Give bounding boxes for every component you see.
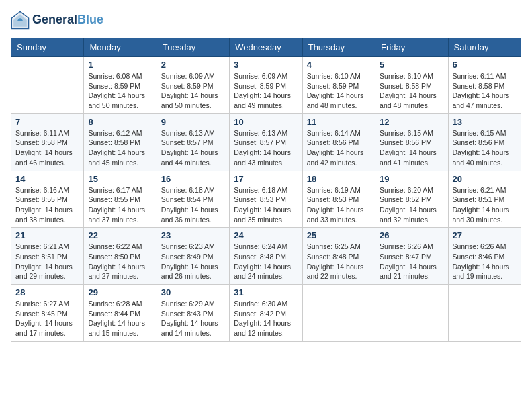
calendar-cell: 7Sunrise: 6:11 AMSunset: 8:58 PMDaylight… xyxy=(11,113,84,171)
calendar-cell: 31Sunrise: 6:30 AMSunset: 8:42 PMDayligh… xyxy=(230,285,302,342)
day-info: Sunrise: 6:21 AMSunset: 8:51 PMDaylight:… xyxy=(453,185,517,225)
day-number: 2 xyxy=(161,60,225,70)
day-info: Sunrise: 6:18 AMSunset: 8:53 PMDaylight:… xyxy=(234,185,298,225)
day-info: Sunrise: 6:30 AMSunset: 8:42 PMDaylight:… xyxy=(234,299,298,338)
day-number: 3 xyxy=(234,60,298,70)
day-info: Sunrise: 6:26 AMSunset: 8:46 PMDaylight:… xyxy=(453,242,517,281)
day-number: 10 xyxy=(234,117,298,127)
day-number: 12 xyxy=(380,117,443,127)
calendar-week-1: 1Sunrise: 6:08 AMSunset: 8:59 PMDaylight… xyxy=(11,57,521,114)
calendar-cell: 22Sunrise: 6:22 AMSunset: 8:50 PMDayligh… xyxy=(84,228,157,285)
day-number: 28 xyxy=(15,287,79,298)
calendar-cell: 11Sunrise: 6:14 AMSunset: 8:56 PMDayligh… xyxy=(302,113,375,171)
calendar-cell: 18Sunrise: 6:19 AMSunset: 8:53 PMDayligh… xyxy=(302,171,375,228)
day-number: 23 xyxy=(161,230,225,240)
calendar-cell: 20Sunrise: 6:21 AMSunset: 8:51 PMDayligh… xyxy=(448,171,521,228)
day-info: Sunrise: 6:29 AMSunset: 8:43 PMDaylight:… xyxy=(161,299,225,338)
page-header: GeneralBlue xyxy=(11,11,521,30)
calendar-cell: 30Sunrise: 6:29 AMSunset: 8:43 PMDayligh… xyxy=(157,285,229,342)
day-number: 19 xyxy=(380,174,443,184)
day-number: 14 xyxy=(15,174,79,184)
day-number: 13 xyxy=(453,117,517,127)
calendar-cell: 8Sunrise: 6:12 AMSunset: 8:58 PMDaylight… xyxy=(84,113,157,171)
day-info: Sunrise: 6:15 AMSunset: 8:56 PMDaylight:… xyxy=(380,128,443,168)
calendar-header-row: SundayMondayTuesdayWednesdayThursdayFrid… xyxy=(11,38,521,57)
day-info: Sunrise: 6:16 AMSunset: 8:55 PMDaylight:… xyxy=(15,185,79,225)
calendar-cell: 25Sunrise: 6:25 AMSunset: 8:48 PMDayligh… xyxy=(302,228,375,285)
calendar-cell: 24Sunrise: 6:24 AMSunset: 8:48 PMDayligh… xyxy=(230,228,302,285)
day-number: 6 xyxy=(453,60,517,70)
calendar-cell: 21Sunrise: 6:21 AMSunset: 8:51 PMDayligh… xyxy=(11,228,84,285)
day-info: Sunrise: 6:08 AMSunset: 8:59 PMDaylight:… xyxy=(88,71,152,111)
calendar-cell: 10Sunrise: 6:13 AMSunset: 8:57 PMDayligh… xyxy=(230,113,302,171)
day-info: Sunrise: 6:15 AMSunset: 8:56 PMDaylight:… xyxy=(453,128,517,168)
calendar-week-2: 7Sunrise: 6:11 AMSunset: 8:58 PMDaylight… xyxy=(11,113,521,171)
calendar-table: SundayMondayTuesdayWednesdayThursdayFrid… xyxy=(11,38,521,342)
calendar-cell xyxy=(11,57,84,114)
day-number: 4 xyxy=(307,60,371,70)
day-info: Sunrise: 6:18 AMSunset: 8:54 PMDaylight:… xyxy=(161,185,225,225)
day-number: 5 xyxy=(380,60,443,70)
day-info: Sunrise: 6:12 AMSunset: 8:58 PMDaylight:… xyxy=(88,128,152,168)
weekday-header-monday: Monday xyxy=(84,38,157,57)
day-number: 11 xyxy=(307,117,371,127)
day-number: 29 xyxy=(88,287,152,298)
day-number: 20 xyxy=(453,174,517,184)
calendar-cell: 17Sunrise: 6:18 AMSunset: 8:53 PMDayligh… xyxy=(230,171,302,228)
calendar-cell: 27Sunrise: 6:26 AMSunset: 8:46 PMDayligh… xyxy=(448,228,521,285)
day-number: 16 xyxy=(161,174,225,184)
day-number: 15 xyxy=(88,174,152,184)
logo-icon xyxy=(11,11,30,30)
day-number: 26 xyxy=(380,230,443,240)
day-number: 21 xyxy=(15,230,79,240)
day-info: Sunrise: 6:17 AMSunset: 8:55 PMDaylight:… xyxy=(88,185,152,225)
calendar-cell: 19Sunrise: 6:20 AMSunset: 8:52 PMDayligh… xyxy=(375,171,448,228)
calendar-cell: 12Sunrise: 6:15 AMSunset: 8:56 PMDayligh… xyxy=(375,113,448,171)
calendar-week-5: 28Sunrise: 6:27 AMSunset: 8:45 PMDayligh… xyxy=(11,285,521,342)
day-info: Sunrise: 6:13 AMSunset: 8:57 PMDaylight:… xyxy=(161,128,225,168)
calendar-cell: 4Sunrise: 6:10 AMSunset: 8:59 PMDaylight… xyxy=(302,57,375,114)
day-info: Sunrise: 6:22 AMSunset: 8:50 PMDaylight:… xyxy=(88,242,152,281)
calendar-cell: 3Sunrise: 6:09 AMSunset: 8:59 PMDaylight… xyxy=(230,57,302,114)
day-info: Sunrise: 6:09 AMSunset: 8:59 PMDaylight:… xyxy=(234,71,298,111)
calendar-cell: 13Sunrise: 6:15 AMSunset: 8:56 PMDayligh… xyxy=(448,113,521,171)
day-info: Sunrise: 6:10 AMSunset: 8:59 PMDaylight:… xyxy=(307,71,371,111)
day-info: Sunrise: 6:19 AMSunset: 8:53 PMDaylight:… xyxy=(307,185,371,225)
day-number: 30 xyxy=(161,287,225,298)
day-info: Sunrise: 6:23 AMSunset: 8:49 PMDaylight:… xyxy=(161,242,225,281)
calendar-cell: 6Sunrise: 6:11 AMSunset: 8:58 PMDaylight… xyxy=(448,57,521,114)
calendar-cell xyxy=(375,285,448,342)
calendar-cell xyxy=(302,285,375,342)
day-info: Sunrise: 6:11 AMSunset: 8:58 PMDaylight:… xyxy=(15,128,79,168)
day-info: Sunrise: 6:27 AMSunset: 8:45 PMDaylight:… xyxy=(15,299,79,338)
weekday-header-wednesday: Wednesday xyxy=(230,38,302,57)
calendar-cell: 14Sunrise: 6:16 AMSunset: 8:55 PMDayligh… xyxy=(11,171,84,228)
day-info: Sunrise: 6:14 AMSunset: 8:56 PMDaylight:… xyxy=(307,128,371,168)
day-info: Sunrise: 6:09 AMSunset: 8:59 PMDaylight:… xyxy=(161,71,225,111)
day-number: 9 xyxy=(161,117,225,127)
day-number: 24 xyxy=(234,230,298,240)
weekday-header-thursday: Thursday xyxy=(302,38,375,57)
calendar-cell: 28Sunrise: 6:27 AMSunset: 8:45 PMDayligh… xyxy=(11,285,84,342)
weekday-header-friday: Friday xyxy=(375,38,448,57)
calendar-cell: 5Sunrise: 6:10 AMSunset: 8:58 PMDaylight… xyxy=(375,57,448,114)
day-info: Sunrise: 6:20 AMSunset: 8:52 PMDaylight:… xyxy=(380,185,443,225)
calendar-cell: 26Sunrise: 6:26 AMSunset: 8:47 PMDayligh… xyxy=(375,228,448,285)
calendar-week-3: 14Sunrise: 6:16 AMSunset: 8:55 PMDayligh… xyxy=(11,171,521,228)
calendar-cell: 23Sunrise: 6:23 AMSunset: 8:49 PMDayligh… xyxy=(157,228,229,285)
calendar-cell: 2Sunrise: 6:09 AMSunset: 8:59 PMDaylight… xyxy=(157,57,229,114)
calendar-cell: 15Sunrise: 6:17 AMSunset: 8:55 PMDayligh… xyxy=(84,171,157,228)
day-info: Sunrise: 6:24 AMSunset: 8:48 PMDaylight:… xyxy=(234,242,298,281)
day-info: Sunrise: 6:21 AMSunset: 8:51 PMDaylight:… xyxy=(15,242,79,281)
day-number: 31 xyxy=(234,287,298,298)
calendar-cell xyxy=(448,285,521,342)
day-info: Sunrise: 6:25 AMSunset: 8:48 PMDaylight:… xyxy=(307,242,371,281)
day-info: Sunrise: 6:11 AMSunset: 8:58 PMDaylight:… xyxy=(453,71,517,111)
day-number: 18 xyxy=(307,174,371,184)
calendar-cell: 16Sunrise: 6:18 AMSunset: 8:54 PMDayligh… xyxy=(157,171,229,228)
weekday-header-sunday: Sunday xyxy=(11,38,84,57)
day-number: 1 xyxy=(88,60,152,70)
day-number: 27 xyxy=(453,230,517,240)
day-number: 8 xyxy=(88,117,152,127)
day-info: Sunrise: 6:26 AMSunset: 8:47 PMDaylight:… xyxy=(380,242,443,281)
